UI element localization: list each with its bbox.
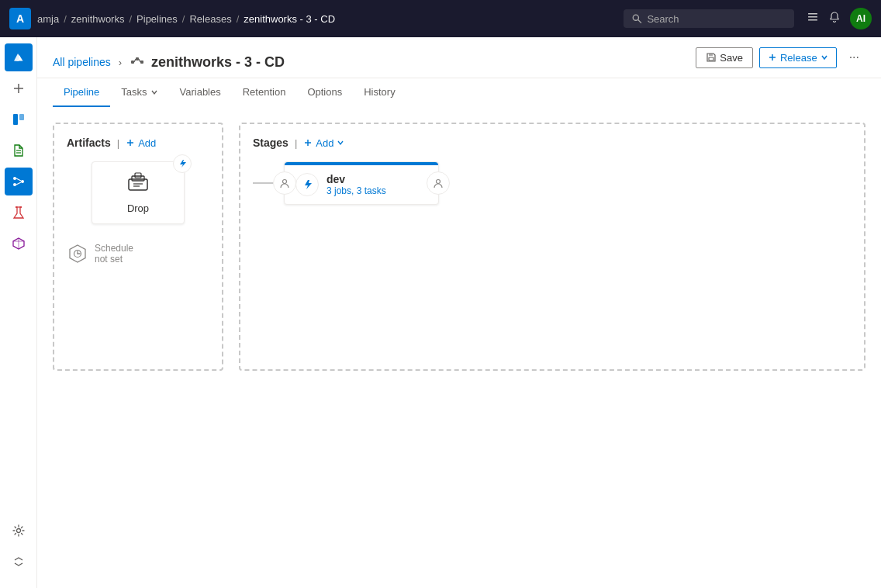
breadcrumb-releases[interactable]: Releases — [189, 13, 231, 25]
breadcrumb-sep-3: / — [182, 13, 185, 25]
stage-info: dev 3 jobs, 3 tasks — [326, 173, 427, 196]
pipeline-header-right: Save Release ··· — [696, 47, 865, 78]
sidebar-item-boards[interactable] — [5, 105, 33, 133]
build-icon — [127, 171, 149, 193]
avatar[interactable]: AI — [850, 8, 872, 29]
stage-pre-person-button[interactable] — [273, 171, 296, 195]
more-options-button[interactable]: ··· — [843, 47, 865, 68]
more-label: ··· — [849, 50, 859, 64]
tab-history-label: History — [364, 86, 395, 98]
breadcrumb-sep-1: / — [64, 13, 67, 25]
svg-rect-26 — [709, 54, 713, 56]
stages-content: dev 3 jobs, 3 tasks — [253, 161, 852, 205]
tab-tasks[interactable]: Tasks — [110, 78, 168, 107]
settings-icon[interactable] — [5, 517, 33, 545]
logo[interactable]: A — [9, 8, 31, 29]
breadcrumb-sep-4: / — [237, 13, 240, 25]
pipeline-header-left: All pipelines › zenithworks - 3 - CD — [53, 54, 285, 71]
svg-point-12 — [13, 183, 16, 186]
expand-icon[interactable] — [5, 548, 33, 576]
svg-point-11 — [13, 177, 16, 180]
all-pipelines-link[interactable]: All pipelines — [53, 56, 111, 68]
stages-section: Stages | Add — [239, 123, 865, 371]
artifacts-add-label: Add — [138, 137, 156, 149]
main-content: All pipelines › zenithworks - 3 - CD — [37, 37, 881, 588]
artifact-drop-card[interactable]: Drop — [92, 161, 185, 224]
breadcrumb-amja[interactable]: amja — [37, 13, 59, 25]
save-button[interactable]: Save — [696, 47, 753, 68]
stage-lightning-button[interactable] — [295, 173, 319, 196]
svg-line-24 — [139, 59, 140, 62]
tab-retention-label: Retention — [243, 86, 286, 98]
svg-rect-21 — [136, 57, 139, 61]
svg-point-0 — [633, 15, 638, 20]
svg-line-1 — [638, 20, 641, 23]
tab-options[interactable]: Options — [296, 78, 353, 107]
top-nav: A amja / zenithworks / Pipelines / Relea… — [0, 0, 881, 37]
artifacts-title: Artifacts — [67, 137, 111, 149]
avatar-initials: AI — [856, 13, 865, 24]
left-sidebar — [0, 37, 37, 588]
tab-retention[interactable]: Retention — [232, 78, 297, 107]
breadcrumb-pipelines[interactable]: Pipelines — [136, 13, 178, 25]
sidebar-item-test[interactable] — [5, 199, 33, 227]
artifact-drop-label: Drop — [127, 202, 149, 214]
plus-icon — [768, 53, 777, 62]
sidebar-item-repos[interactable] — [5, 137, 33, 164]
svg-rect-22 — [140, 61, 143, 64]
logo-text: A — [16, 12, 24, 25]
stages-add-chevron-icon — [337, 139, 344, 147]
svg-line-15 — [16, 182, 21, 185]
notifications-icon[interactable] — [828, 11, 841, 26]
search-input[interactable] — [647, 13, 786, 25]
svg-rect-3 — [808, 16, 817, 18]
svg-point-19 — [16, 529, 20, 533]
tab-tasks-label: Tasks — [121, 86, 147, 98]
svg-rect-33 — [135, 173, 141, 178]
release-button[interactable]: Release — [759, 47, 837, 68]
sidebar-item-artifacts[interactable] — [5, 230, 33, 258]
tabs: Pipeline Tasks Variables Retention Optio… — [37, 78, 881, 107]
search-box — [624, 9, 794, 28]
stages-add-icon — [303, 138, 313, 147]
svg-rect-7 — [13, 114, 18, 125]
tab-history[interactable]: History — [353, 78, 406, 107]
svg-point-13 — [21, 180, 24, 183]
stage-jobs[interactable]: 3 jobs, 3 tasks — [326, 185, 427, 196]
sidebar-item-add[interactable] — [5, 74, 33, 102]
artifacts-section: Artifacts | Add — [53, 123, 223, 371]
stage-post-person-button[interactable] — [427, 171, 450, 195]
schedule-area[interactable]: Schedule not set — [67, 243, 209, 265]
breadcrumb-sep-2: / — [129, 13, 132, 25]
stages-add-link[interactable]: Add — [303, 137, 344, 149]
artifacts-add-link[interactable]: Add — [126, 137, 156, 149]
save-label: Save — [720, 52, 743, 64]
canvas-area: Artifacts | Add — [37, 107, 881, 588]
svg-rect-32 — [132, 176, 144, 181]
schedule-text-area: Schedule not set — [95, 243, 133, 265]
sidebar-item-pipelines[interactable] — [5, 168, 33, 195]
tasks-chevron-icon — [150, 88, 158, 96]
svg-line-23 — [134, 59, 136, 62]
pipeline-header-chevron: › — [119, 57, 122, 68]
stage-lightning-icon — [302, 179, 313, 190]
person-post-icon — [433, 178, 444, 189]
tab-variables-label: Variables — [180, 86, 221, 98]
lightning-icon — [178, 159, 187, 168]
artifacts-add-icon — [126, 138, 135, 147]
pipeline-type-icon — [130, 54, 145, 70]
chevron-down-icon — [821, 54, 828, 61]
tab-pipeline[interactable]: Pipeline — [53, 78, 110, 107]
sidebar-item-azure[interactable] — [5, 43, 33, 71]
save-icon — [706, 52, 717, 63]
svg-rect-2 — [808, 13, 817, 15]
stage-card-dev[interactable]: dev 3 jobs, 3 tasks — [284, 161, 439, 205]
artifact-lightning-badge[interactable] — [173, 154, 192, 173]
list-icon[interactable] — [807, 11, 819, 26]
pipeline-title: zenithworks - 3 - CD — [151, 54, 285, 71]
schedule-hex-icon — [67, 243, 88, 265]
breadcrumb-zenithworks[interactable]: zenithworks — [71, 13, 125, 25]
canvas-row: Artifacts | Add — [53, 123, 865, 371]
artifacts-divider: | — [117, 137, 119, 149]
tab-variables[interactable]: Variables — [169, 78, 232, 107]
